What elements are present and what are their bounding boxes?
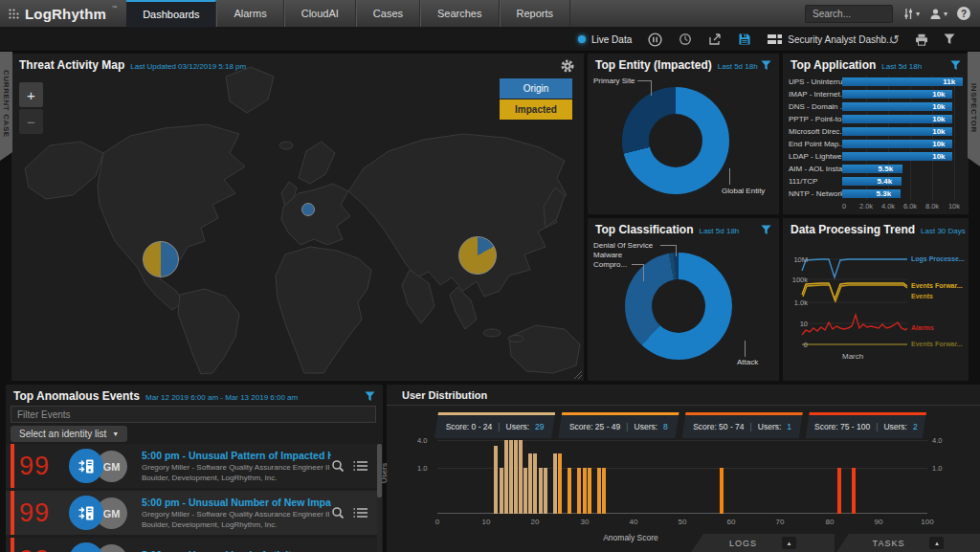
inspect-icon[interactable] bbox=[331, 459, 345, 473]
application-bar-value: 11k bbox=[943, 77, 955, 86]
application-bar[interactable] bbox=[842, 177, 902, 186]
application-x-tick: 2.0k bbox=[859, 202, 873, 210]
top-entity-title: Top Entity (Impacted) bbox=[595, 58, 712, 72]
entity-label-global-entity: Global Entity bbox=[722, 187, 765, 195]
map-zoom-in-button[interactable]: + bbox=[19, 82, 43, 107]
events-filter-icon[interactable] bbox=[365, 391, 375, 402]
classification-label-malware: Malware bbox=[593, 251, 622, 259]
user-distribution-panel: User Distribution Score: 0 - 24|Users:29… bbox=[387, 385, 980, 552]
dashboard-toolbar: Live Data bbox=[0, 27, 980, 52]
application-bar-track: 5.5k bbox=[842, 165, 963, 173]
logs-tab[interactable]: LOGS ▲ bbox=[691, 534, 835, 552]
inspector-tab[interactable]: INSPECTOR bbox=[968, 50, 980, 166]
application-bar[interactable] bbox=[842, 165, 902, 173]
histogram-bar bbox=[539, 468, 543, 514]
map-settings-button[interactable] bbox=[561, 59, 574, 77]
top-classification-filter-icon[interactable] bbox=[761, 225, 771, 235]
application-bar-value: 10k bbox=[932, 115, 945, 123]
trend-y-tick: 1.0k bbox=[785, 298, 808, 307]
tasks-tab-label: TASKS bbox=[873, 539, 905, 548]
anomaly-score-tick: 0 bbox=[435, 518, 439, 526]
filter-icon[interactable] bbox=[944, 33, 955, 45]
save-icon[interactable] bbox=[738, 33, 751, 46]
events-scrollbar[interactable] bbox=[377, 444, 382, 552]
application-x-tick: 8.0k bbox=[925, 202, 939, 210]
top-classification-panel: Top Classification Last 5d 18h Denial Of… bbox=[588, 218, 779, 381]
trend-range: Last 30 Days bbox=[921, 227, 966, 235]
map-legend-impacted-button[interactable]: Impacted bbox=[500, 99, 572, 120]
world-map[interactable] bbox=[11, 54, 584, 381]
threat-activity-map-panel: Threat Activity Map Last Updated 03/12/2… bbox=[11, 54, 584, 381]
map-zoom-out-button[interactable]: − bbox=[19, 109, 43, 134]
global-search-input[interactable] bbox=[805, 5, 893, 23]
anomalous-event-row[interactable]: 99GM5:00 pm - Unusual Pattern of Impacte… bbox=[6, 444, 377, 488]
anomaly-score-tick: 30 bbox=[581, 518, 590, 526]
logs-expand-icon[interactable]: ▲ bbox=[782, 537, 796, 549]
event-type-icon bbox=[69, 496, 103, 530]
application-label: NNTP - Network... bbox=[783, 189, 842, 198]
event-actions bbox=[331, 506, 377, 519]
pause-icon[interactable] bbox=[648, 33, 662, 47]
tab-dashboards[interactable]: Dashboards bbox=[126, 0, 216, 27]
undo-icon[interactable]: ↺ bbox=[889, 33, 900, 46]
tab-cloudai[interactable]: CloudAI bbox=[284, 0, 356, 27]
map-bubble-asia[interactable] bbox=[458, 236, 497, 275]
anomaly-score-tick: 60 bbox=[727, 518, 736, 526]
anomaly-score-tick: 80 bbox=[826, 518, 835, 526]
tasks-tab[interactable]: TASKS ▲ bbox=[836, 534, 980, 552]
search-settings-menu[interactable]: ▾ bbox=[902, 8, 920, 20]
log-list-icon[interactable] bbox=[353, 459, 368, 473]
tab-alarms[interactable]: Alarms bbox=[216, 0, 283, 27]
identity-list-dropdown[interactable]: Select an identity list ▼ bbox=[11, 426, 127, 442]
application-bar[interactable] bbox=[842, 189, 901, 198]
logrhythm-logo: LogRhythm ™ bbox=[0, 0, 126, 27]
resize-handle[interactable] bbox=[572, 369, 582, 379]
application-bar-value: 10k bbox=[932, 152, 945, 161]
histogram-bar bbox=[533, 453, 537, 514]
log-list-icon[interactable] bbox=[353, 506, 368, 519]
print-icon[interactable] bbox=[915, 33, 928, 46]
map-legend-origin-button[interactable]: Origin bbox=[500, 78, 572, 99]
map-bubble-north-america[interactable] bbox=[143, 241, 179, 277]
application-bar-value: 5.3k bbox=[877, 189, 892, 198]
user-distribution-chart bbox=[437, 440, 927, 514]
trend-title: Data Processing Trend bbox=[791, 223, 915, 236]
anomalous-event-row[interactable]: 98GM5:00 pm - Unusual Login ActivityGreg… bbox=[6, 538, 377, 552]
event-subtitle: Gregory Miller - Software Quality Assura… bbox=[142, 510, 331, 519]
top-application-filter-icon[interactable] bbox=[950, 60, 961, 71]
map-bubble-europe[interactable] bbox=[301, 203, 315, 216]
application-bar-track: 10k bbox=[842, 127, 963, 136]
application-bar-value: 10k bbox=[932, 140, 945, 148]
dashboard-selector[interactable]: Security Analyst Dashb... bbox=[768, 33, 894, 45]
application-row: UPS - Uninterru...11k bbox=[783, 76, 969, 88]
histogram-bar bbox=[500, 468, 503, 514]
time-range-icon[interactable] bbox=[679, 33, 692, 46]
top-entity-filter-icon[interactable] bbox=[761, 60, 771, 71]
trend-legend-item: Events Forwar... bbox=[911, 341, 963, 347]
live-data-label: Live Data bbox=[591, 34, 632, 45]
application-x-tick: 4.0k bbox=[881, 202, 895, 210]
classification-label-attack: Attack bbox=[737, 358, 758, 366]
anomaly-score-tick: 20 bbox=[531, 518, 540, 526]
user-menu[interactable]: ▾ bbox=[929, 8, 947, 20]
card-users-count: 29 bbox=[535, 422, 544, 431]
application-x-tick: 10k bbox=[948, 202, 960, 210]
tab-searches[interactable]: Searches bbox=[420, 0, 499, 27]
application-row: AIM - AOL Insta...5.5k bbox=[783, 163, 969, 175]
tab-reports[interactable]: Reports bbox=[500, 0, 571, 27]
toolbar-right-group: ↺ bbox=[889, 27, 955, 52]
histogram-bar bbox=[568, 468, 571, 514]
export-icon[interactable] bbox=[708, 33, 722, 46]
event-text: 5:00 pm - Unusual Number of New Impacted… bbox=[134, 497, 331, 529]
card-score-range: Score: 0 - 24 bbox=[446, 422, 493, 431]
card-users-count: 8 bbox=[663, 422, 668, 431]
current-case-tab[interactable]: CURRENT CASE bbox=[0, 46, 12, 161]
anomalous-event-row[interactable]: 99GM5:00 pm - Unusual Number of New Impa… bbox=[6, 491, 377, 535]
score-range-card: Score: 75 - 100|Users:2 bbox=[806, 412, 926, 438]
help-icon[interactable]: ? bbox=[957, 7, 970, 20]
tasks-expand-icon[interactable]: ▲ bbox=[929, 537, 944, 549]
live-data-toggle[interactable]: Live Data bbox=[578, 34, 632, 45]
tab-cases[interactable]: Cases bbox=[356, 0, 420, 27]
filter-events-input[interactable] bbox=[11, 406, 376, 423]
inspect-icon[interactable] bbox=[331, 506, 345, 519]
